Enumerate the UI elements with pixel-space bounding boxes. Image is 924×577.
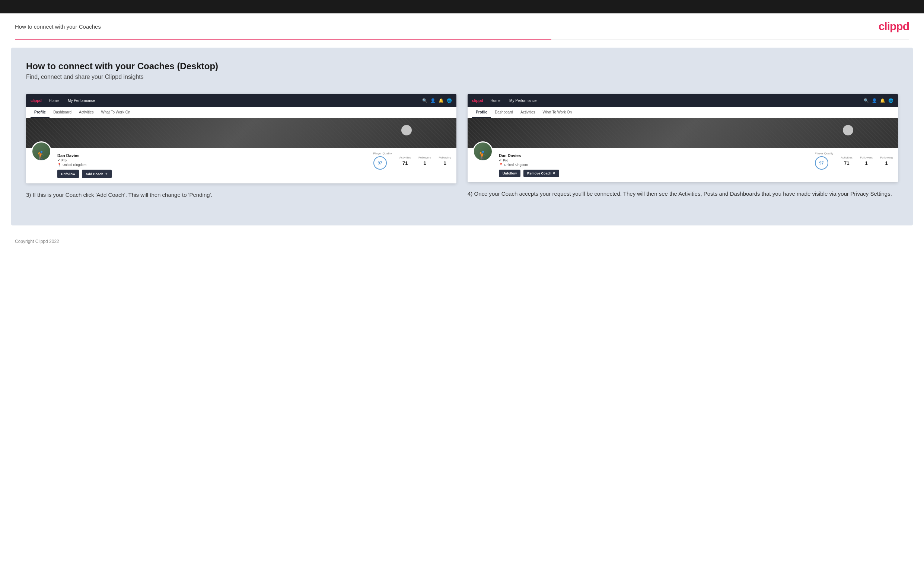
- verified-icon-left: ✔: [57, 158, 60, 162]
- mock-stat-activities-right: Activities 71: [841, 156, 853, 166]
- mock-hero-overlay-left: [26, 118, 456, 148]
- page-heading: How to connect with your Coaches (Deskto…: [26, 61, 898, 71]
- mock-avatar-right: 🏌️: [473, 141, 493, 161]
- mock-profile-location-left: 📍 United Kingdom: [57, 163, 367, 167]
- main-content: How to connect with your Coaches (Deskto…: [11, 48, 913, 226]
- mock-nav-home-left: Home: [47, 98, 60, 103]
- mock-buttons-right: Unfollow Remove Coach ✕: [499, 170, 809, 177]
- mock-tab-dashboard-right[interactable]: Dashboard: [491, 107, 517, 118]
- mock-profile-section-left: 🏌️ Dan Davies ✔ Pro 📍 United Kingdom: [26, 148, 456, 184]
- x-icon-right: ✕: [552, 171, 556, 175]
- mock-stat-activities-left: Activities 71: [399, 156, 411, 166]
- unfollow-button-right[interactable]: Unfollow: [499, 170, 520, 177]
- mock-profile-name-left: Dan Davies: [57, 153, 367, 158]
- mock-tab-whattoworkon-right[interactable]: What To Work On: [539, 107, 576, 118]
- mock-tab-whattoworkon-left[interactable]: What To Work On: [97, 107, 134, 118]
- caption-right: 4) Once your Coach accepts your request …: [468, 190, 898, 198]
- mock-tab-profile-left[interactable]: Profile: [31, 107, 50, 118]
- mock-profile-role-right: ✔ Pro: [499, 158, 809, 162]
- mock-profile-role-left: ✔ Pro: [57, 158, 367, 162]
- mock-avatar-wrap-left: 🏌️: [31, 141, 52, 161]
- search-icon-right: 🔍: [864, 98, 869, 103]
- mock-tab-profile-right[interactable]: Profile: [472, 107, 491, 118]
- screenshot-mock-left: clippd Home My Performance 🔍 👤 🔔 🌐 Profi…: [26, 94, 456, 184]
- screenshot-col-right: clippd Home My Performance 🔍 👤 🔔 🌐 Profi…: [468, 94, 898, 200]
- screenshot-col-left: clippd Home My Performance 🔍 👤 🔔 🌐 Profi…: [26, 94, 456, 200]
- header-divider: [15, 39, 909, 40]
- mock-tab-activities-right[interactable]: Activities: [517, 107, 539, 118]
- mock-avatar-left: 🏌️: [31, 141, 52, 161]
- globe-icon-left: 🌐: [447, 98, 452, 103]
- clippd-logo: clippd: [879, 20, 909, 33]
- mock-stat-followers-left: Followers 1: [418, 156, 431, 166]
- header: How to connect with your Coaches clippd: [0, 13, 924, 39]
- mock-tabs-left: Profile Dashboard Activities What To Wor…: [26, 107, 456, 118]
- mock-navbar-left: clippd Home My Performance 🔍 👤 🔔 🌐: [26, 94, 456, 107]
- user-icon-left: 👤: [430, 98, 436, 103]
- plus-icon-left: ＋: [105, 171, 108, 176]
- mock-nav-icons-left: 🔍 👤 🔔 🌐: [422, 98, 452, 103]
- copyright-text: Copyright Clippd 2022: [15, 239, 59, 244]
- mock-tab-dashboard-left[interactable]: Dashboard: [50, 107, 75, 118]
- mock-profile-location-right: 📍 United Kingdom: [499, 163, 809, 167]
- mock-nav-performance-left: My Performance: [66, 98, 97, 103]
- mock-nav-performance-right: My Performance: [508, 98, 538, 103]
- mock-stats-row-left: Player Quality 97 Activities 71 Follower…: [373, 152, 451, 170]
- mock-logo-right: clippd: [472, 98, 483, 103]
- mock-profile-section-right: 🏌️ Dan Davies ✔ Pro 📍 United Kingdom: [468, 148, 898, 182]
- page-subheading: Find, connect and share your Clippd insi…: [26, 74, 898, 81]
- search-icon-left: 🔍: [422, 98, 427, 103]
- avatar-figure-right: 🏌️: [477, 152, 488, 160]
- globe-icon-right: 🌐: [888, 98, 893, 103]
- page-title: How to connect with your Coaches: [15, 23, 101, 30]
- mock-stat-quality-left: Player Quality 97: [373, 152, 392, 170]
- mock-nav-icons-right: 🔍 👤 🔔 🌐: [864, 98, 893, 103]
- mock-hero-left: [26, 118, 456, 148]
- mock-hero-right: [468, 118, 898, 148]
- mock-stat-following-left: Following 1: [439, 156, 451, 166]
- mock-hero-circle-left: [401, 125, 412, 135]
- avatar-figure-left: 🏌️: [36, 152, 47, 160]
- footer: Copyright Clippd 2022: [0, 233, 924, 250]
- add-coach-button-left[interactable]: Add Coach ＋: [82, 170, 112, 178]
- verified-icon-right: ✔: [499, 158, 502, 162]
- mock-tabs-right: Profile Dashboard Activities What To Wor…: [468, 107, 898, 118]
- top-bar: [0, 0, 924, 13]
- location-icon-left: 📍: [57, 163, 61, 167]
- mock-hero-overlay-right: [468, 118, 898, 148]
- location-icon-right: 📍: [499, 163, 503, 167]
- caption-left: 3) If this is your Coach click 'Add Coac…: [26, 191, 456, 200]
- mock-avatar-wrap-right: 🏌️: [473, 141, 493, 161]
- quality-circle-left: 97: [373, 156, 387, 170]
- screenshots-row: clippd Home My Performance 🔍 👤 🔔 🌐 Profi…: [26, 94, 898, 200]
- unfollow-button-left[interactable]: Unfollow: [57, 170, 79, 178]
- remove-coach-button-right[interactable]: Remove Coach ✕: [523, 170, 559, 177]
- screenshot-mock-right: clippd Home My Performance 🔍 👤 🔔 🌐 Profi…: [468, 94, 898, 182]
- mock-buttons-left: Unfollow Add Coach ＋: [57, 170, 367, 178]
- mock-navbar-right: clippd Home My Performance 🔍 👤 🔔 🌐: [468, 94, 898, 107]
- mock-hero-circle-right: [843, 125, 853, 135]
- quality-circle-right: 97: [815, 156, 828, 170]
- mock-stat-following-right: Following 1: [880, 156, 893, 166]
- mock-profile-info-right: Dan Davies ✔ Pro 📍 United Kingdom Unfoll…: [499, 152, 809, 177]
- mock-logo-left: clippd: [31, 98, 41, 103]
- bell-icon-right: 🔔: [880, 98, 885, 103]
- mock-stats-row-right: Player Quality 97 Activities 71 Follower…: [815, 152, 893, 170]
- mock-stat-quality-right: Player Quality 97: [815, 152, 834, 170]
- bell-icon-left: 🔔: [439, 98, 444, 103]
- mock-profile-name-right: Dan Davies: [499, 153, 809, 158]
- user-icon-right: 👤: [872, 98, 877, 103]
- mock-tab-activities-left[interactable]: Activities: [75, 107, 97, 118]
- mock-nav-home-right: Home: [489, 98, 502, 103]
- mock-stat-followers-right: Followers 1: [860, 156, 872, 166]
- mock-profile-info-left: Dan Davies ✔ Pro 📍 United Kingdom Unfoll…: [57, 152, 367, 178]
